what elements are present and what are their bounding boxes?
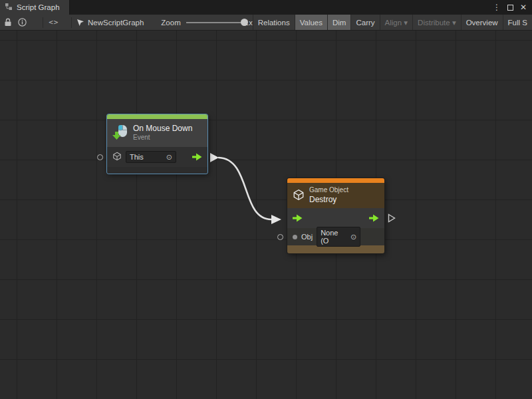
wire-path — [219, 158, 271, 219]
game-object-cube-icon — [293, 189, 305, 203]
wire-start-arrow — [210, 153, 219, 162]
obj-port-dot — [293, 235, 297, 239]
zoom-slider-knob[interactable] — [241, 19, 248, 26]
distribute-dropdown-button[interactable]: Distribute ▾ — [412, 15, 461, 30]
destroy-node-header: Game Object Destroy — [287, 183, 384, 208]
connection-wire — [0, 31, 532, 399]
values-button[interactable]: Values — [295, 15, 327, 30]
mouse-down-icon — [112, 124, 128, 142]
target-object-value: This — [130, 153, 144, 161]
object-picker-icon[interactable]: ⊙ — [166, 154, 172, 161]
zoom-slider-track — [186, 22, 241, 23]
game-object-cube-icon — [112, 152, 122, 163]
trigger-output-outer-port[interactable] — [388, 213, 396, 225]
info-icon[interactable] — [15, 15, 29, 30]
destroy-node-obj-row: Obj None (O ⊙ — [287, 228, 384, 245]
close-icon[interactable]: ✕ — [520, 3, 527, 12]
destroy-node-title: Destroy — [309, 195, 348, 205]
object-picker-icon[interactable]: ⊙ — [350, 233, 356, 241]
toolbar-separator — [71, 17, 72, 28]
script-graph-window: Script Graph ⋮ ✕ <> NewScriptGraph Zoom … — [0, 0, 532, 399]
window-controls: ⋮ ✕ — [493, 0, 532, 15]
target-input-port[interactable] — [97, 154, 103, 160]
obj-label: Obj — [301, 233, 313, 241]
trigger-output-port[interactable] — [192, 153, 202, 161]
obj-input-port[interactable] — [277, 234, 283, 240]
graph-canvas[interactable]: On Mouse Down Event This ⊙ — [0, 31, 532, 399]
window-menu-icon[interactable]: ⋮ — [493, 3, 501, 12]
fullscreen-button[interactable]: Full S — [503, 15, 532, 30]
trigger-input-port[interactable] — [293, 214, 303, 222]
toolbar-buttons: Relations Values Dim Carry Align ▾ Distr… — [253, 15, 532, 30]
tab-title: Script Graph — [17, 3, 60, 11]
obj-object-value: None (O — [321, 229, 348, 245]
title-bar: Script Graph ⋮ ✕ — [0, 0, 532, 15]
on-mouse-down-node[interactable]: On Mouse Down Event This ⊙ — [107, 114, 207, 174]
relations-button[interactable]: Relations — [253, 15, 295, 30]
event-node-title: On Mouse Down — [133, 124, 192, 134]
overview-button[interactable]: Overview — [461, 15, 503, 30]
dim-button[interactable]: Dim — [327, 15, 350, 30]
zoom-slider[interactable] — [186, 15, 241, 30]
target-object-dropdown[interactable]: This ⊙ — [126, 151, 176, 163]
event-node-subtitle: Event — [133, 134, 192, 142]
destroy-accent-bar — [287, 178, 384, 183]
zoom-label: Zoom — [161, 19, 180, 27]
lock-icon[interactable] — [1, 15, 15, 30]
event-node-port-row: This ⊙ — [107, 147, 207, 167]
tab-script-graph[interactable]: Script Graph — [0, 0, 70, 15]
graph-toolbar: <> NewScriptGraph Zoom 1x Relations Valu… — [0, 15, 532, 31]
obj-object-field[interactable]: None (O ⊙ — [317, 227, 360, 247]
toolbar-separator — [43, 17, 43, 28]
trigger-output-port[interactable] — [369, 214, 379, 222]
wire-end-arrow — [271, 215, 281, 224]
event-node-footer — [107, 167, 207, 174]
maximize-icon[interactable] — [507, 5, 513, 11]
destroy-node[interactable]: Game Object Destroy Obj None (O ⊙ — [287, 178, 384, 253]
event-accent-bar — [107, 114, 207, 119]
carry-button[interactable]: Carry — [350, 15, 379, 30]
graph-pointer-icon — [76, 15, 85, 30]
graph-name: NewScriptGraph — [88, 19, 144, 27]
destroy-node-trigger-row — [287, 208, 384, 228]
code-view-icon[interactable]: <> — [47, 15, 61, 30]
align-dropdown-button[interactable]: Align ▾ — [380, 15, 413, 30]
event-node-header: On Mouse Down Event — [107, 119, 207, 147]
script-graph-tab-icon — [5, 3, 13, 12]
destroy-node-category: Game Object — [309, 186, 348, 195]
